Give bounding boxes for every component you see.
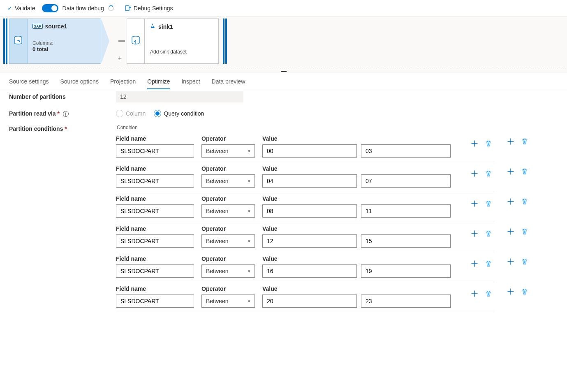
- value-to-input[interactable]: [361, 234, 451, 248]
- debug-toggle[interactable]: [42, 4, 58, 12]
- value-from-input[interactable]: [262, 174, 357, 188]
- value-header: Value: [262, 165, 451, 172]
- field-name-input[interactable]: [116, 174, 194, 188]
- add-group-button[interactable]: [507, 288, 515, 296]
- add-condition-button[interactable]: [470, 139, 479, 148]
- add-group-button[interactable]: [507, 197, 515, 206]
- sap-icon: SAP: [32, 24, 43, 29]
- chevron-down-icon: ▾: [248, 179, 250, 184]
- operator-select[interactable]: Between ▾: [201, 174, 255, 188]
- field-name-header: Field name: [116, 135, 194, 142]
- add-condition-button[interactable]: [470, 290, 479, 298]
- sink-node-name: sink1: [158, 23, 173, 30]
- database-import-icon: [131, 35, 141, 47]
- delete-condition-button[interactable]: [484, 260, 493, 268]
- delete-condition-button[interactable]: [484, 139, 493, 148]
- field-name-input[interactable]: [116, 264, 194, 278]
- add-condition-button[interactable]: [470, 230, 479, 238]
- operator-select[interactable]: Between ▾: [201, 295, 255, 308]
- validate-button[interactable]: ✓ Validate: [7, 5, 35, 12]
- left-bars: [3, 19, 7, 64]
- add-condition-button[interactable]: [470, 260, 479, 268]
- tab-source-options[interactable]: Source options: [60, 78, 99, 89]
- sink-node[interactable]: sink1 Add sink dataset: [127, 19, 219, 64]
- delete-group-button[interactable]: [521, 137, 529, 146]
- field-name-input[interactable]: [116, 144, 194, 158]
- delete-group-button[interactable]: [521, 167, 529, 176]
- operator-select[interactable]: Between ▾: [201, 144, 255, 158]
- add-group-button[interactable]: [507, 227, 515, 236]
- value-header: Value: [262, 225, 451, 232]
- delete-condition-button[interactable]: [484, 230, 493, 238]
- value-to-input[interactable]: [361, 144, 451, 158]
- source-node[interactable]: SAP source1 Columns: 0 total +: [9, 19, 109, 64]
- radio-query-condition[interactable]: Query condition: [154, 110, 204, 117]
- delete-condition-button[interactable]: [484, 290, 493, 298]
- tab-projection[interactable]: Projection: [110, 78, 136, 89]
- delete-condition-button[interactable]: [484, 199, 493, 208]
- partition-read-via-label: Partition read via * i: [9, 110, 116, 117]
- value-to-input[interactable]: [361, 204, 451, 218]
- tab-optimize[interactable]: Optimize: [147, 78, 170, 89]
- field-name-header: Field name: [116, 195, 194, 202]
- pane-resize-handle[interactable]: [0, 69, 567, 73]
- tab-source-settings[interactable]: Source settings: [9, 78, 49, 89]
- delete-condition-button[interactable]: [484, 169, 493, 178]
- validate-label: Validate: [15, 5, 35, 12]
- operator-value: Between: [206, 178, 228, 184]
- add-group-button[interactable]: [507, 167, 515, 176]
- field-name-input[interactable]: [116, 234, 194, 248]
- source-columns-count: 0 total: [32, 46, 96, 52]
- condition-row: Field name Operator Between ▾ Value: [116, 225, 558, 252]
- operator-header: Operator: [201, 195, 255, 202]
- source-columns-label: Columns:: [32, 40, 96, 46]
- operator-value: Between: [206, 298, 228, 304]
- value-to-input[interactable]: [361, 174, 451, 188]
- add-group-button[interactable]: [507, 137, 515, 146]
- partition-conditions-label: Partition conditions *: [9, 125, 116, 132]
- num-partitions-input[interactable]: [116, 91, 243, 102]
- chevron-down-icon: ▾: [248, 299, 250, 304]
- value-from-input[interactable]: [262, 204, 357, 218]
- value-header: Value: [262, 135, 451, 142]
- condition-row: Field name Operator Between ▾ Value: [116, 135, 558, 162]
- operator-select[interactable]: Between ▾: [201, 234, 255, 248]
- debug-settings-button[interactable]: Debug Settings: [125, 5, 173, 12]
- condition-section-header: Condition: [116, 125, 558, 130]
- radio-column[interactable]: Column: [116, 110, 146, 117]
- value-from-input[interactable]: [262, 144, 357, 158]
- value-from-input[interactable]: [262, 264, 357, 278]
- sink-hint: Add sink dataset: [150, 49, 213, 55]
- delete-group-button[interactable]: [521, 227, 529, 236]
- value-to-input[interactable]: [361, 295, 451, 308]
- add-condition-button[interactable]: [470, 169, 479, 178]
- operator-header: Operator: [201, 285, 255, 292]
- field-name-input[interactable]: [116, 295, 194, 308]
- info-icon[interactable]: i: [63, 111, 69, 117]
- delete-group-button[interactable]: [521, 197, 529, 206]
- add-transform-button[interactable]: +: [118, 55, 122, 62]
- value-to-input[interactable]: [361, 264, 451, 278]
- field-name-header: Field name: [116, 225, 194, 232]
- add-condition-button[interactable]: [470, 199, 479, 208]
- value-header: Value: [262, 255, 451, 262]
- tab-inspect[interactable]: Inspect: [181, 78, 200, 89]
- radio-query-label: Query condition: [164, 110, 204, 117]
- operator-select[interactable]: Between ▾: [201, 204, 255, 218]
- field-name-input[interactable]: [116, 204, 194, 218]
- operator-value: Between: [206, 208, 228, 214]
- add-group-button[interactable]: [507, 257, 515, 266]
- debug-settings-label: Debug Settings: [134, 5, 173, 12]
- delete-group-button[interactable]: [521, 288, 529, 296]
- value-from-input[interactable]: [262, 295, 357, 308]
- value-header: Value: [262, 285, 451, 292]
- field-name-header: Field name: [116, 165, 194, 172]
- tab-data-preview[interactable]: Data preview: [212, 78, 245, 89]
- azure-icon: [150, 23, 156, 30]
- optimize-pane: Number of partitions Partition read via …: [0, 89, 567, 331]
- value-from-input[interactable]: [262, 234, 357, 248]
- num-partitions-label: Number of partitions: [9, 93, 116, 100]
- chevron-down-icon: ▾: [248, 239, 250, 244]
- operator-select[interactable]: Between ▾: [201, 264, 255, 278]
- delete-group-button[interactable]: [521, 257, 529, 266]
